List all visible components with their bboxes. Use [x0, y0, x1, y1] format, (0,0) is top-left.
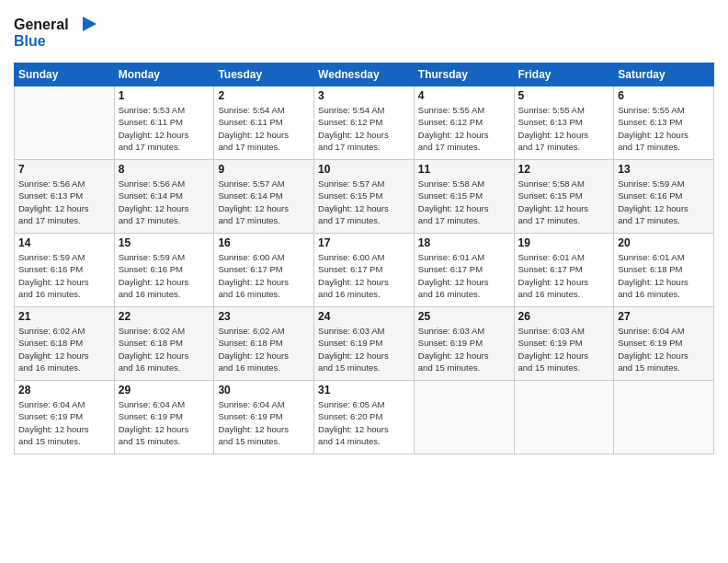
calendar-cell: 1Sunrise: 5:53 AMSunset: 6:11 PMDaylight…	[114, 86, 214, 160]
day-info: Sunrise: 5:53 AMSunset: 6:11 PMDaylight:…	[119, 104, 210, 153]
day-number: 29	[119, 384, 210, 396]
day-number: 22	[119, 310, 210, 323]
day-number: 16	[218, 236, 310, 249]
calendar-cell: 3Sunrise: 5:54 AMSunset: 6:12 PMDaylight…	[314, 86, 415, 160]
calendar-cell: 15Sunrise: 5:59 AMSunset: 6:16 PMDayligh…	[114, 234, 214, 307]
day-number: 18	[418, 236, 510, 249]
calendar-cell	[414, 381, 514, 454]
day-number: 3	[318, 89, 410, 102]
day-info: Sunrise: 6:04 AMSunset: 6:19 PMDaylight:…	[218, 398, 310, 447]
day-info: Sunrise: 6:03 AMSunset: 6:19 PMDaylight:…	[318, 325, 410, 373]
day-info: Sunrise: 5:59 AMSunset: 6:16 PMDaylight:…	[18, 251, 110, 300]
day-number: 8	[119, 163, 210, 176]
calendar-table: SundayMondayTuesdayWednesdayThursdayFrid…	[14, 63, 714, 454]
day-number: 6	[618, 89, 710, 102]
day-info: Sunrise: 5:55 AMSunset: 6:12 PMDaylight:…	[418, 104, 510, 153]
calendar-cell: 10Sunrise: 5:57 AMSunset: 6:15 PMDayligh…	[314, 160, 415, 234]
column-header-friday: Friday	[514, 63, 614, 86]
logo: General Blue	[14, 13, 97, 55]
day-info: Sunrise: 6:01 AMSunset: 6:17 PMDaylight:…	[418, 251, 510, 300]
calendar-cell: 6Sunrise: 5:55 AMSunset: 6:13 PMDaylight…	[614, 86, 714, 160]
calendar-cell: 7Sunrise: 5:56 AMSunset: 6:13 PMDaylight…	[15, 160, 115, 234]
calendar-cell: 11Sunrise: 5:58 AMSunset: 6:15 PMDayligh…	[414, 160, 514, 234]
day-number: 5	[518, 89, 610, 102]
day-number: 13	[618, 163, 710, 176]
day-info: Sunrise: 5:58 AMSunset: 6:15 PMDaylight:…	[518, 178, 610, 226]
day-info: Sunrise: 6:05 AMSunset: 6:20 PMDaylight:…	[318, 398, 410, 447]
day-number: 10	[318, 163, 410, 176]
calendar-cell: 5Sunrise: 5:55 AMSunset: 6:13 PMDaylight…	[514, 86, 614, 160]
calendar-cell: 24Sunrise: 6:03 AMSunset: 6:19 PMDayligh…	[314, 307, 415, 381]
day-info: Sunrise: 6:04 AMSunset: 6:19 PMDaylight:…	[18, 398, 110, 447]
column-header-thursday: Thursday	[414, 63, 514, 86]
day-info: Sunrise: 5:54 AMSunset: 6:11 PMDaylight:…	[218, 104, 310, 153]
week-row-1: 1Sunrise: 5:53 AMSunset: 6:11 PMDaylight…	[15, 86, 714, 160]
calendar-cell: 26Sunrise: 6:03 AMSunset: 6:19 PMDayligh…	[514, 307, 614, 381]
calendar-cell: 13Sunrise: 5:59 AMSunset: 6:16 PMDayligh…	[614, 160, 714, 234]
day-info: Sunrise: 6:04 AMSunset: 6:19 PMDaylight:…	[618, 325, 710, 373]
logo-text: General Blue	[14, 13, 97, 55]
day-info: Sunrise: 5:58 AMSunset: 6:15 PMDaylight:…	[418, 178, 510, 226]
header-row: SundayMondayTuesdayWednesdayThursdayFrid…	[15, 63, 714, 86]
calendar-cell: 27Sunrise: 6:04 AMSunset: 6:19 PMDayligh…	[614, 307, 714, 381]
day-number: 4	[418, 89, 510, 102]
calendar-cell: 8Sunrise: 5:56 AMSunset: 6:14 PMDaylight…	[114, 160, 214, 234]
day-info: Sunrise: 6:03 AMSunset: 6:19 PMDaylight:…	[418, 325, 510, 373]
day-info: Sunrise: 5:55 AMSunset: 6:13 PMDaylight:…	[518, 104, 610, 153]
calendar-cell	[15, 86, 115, 160]
calendar-cell: 12Sunrise: 5:58 AMSunset: 6:15 PMDayligh…	[514, 160, 614, 234]
calendar-cell: 20Sunrise: 6:01 AMSunset: 6:18 PMDayligh…	[614, 234, 714, 307]
calendar-cell: 23Sunrise: 6:02 AMSunset: 6:18 PMDayligh…	[214, 307, 314, 381]
column-header-monday: Monday	[114, 63, 214, 86]
day-number: 28	[18, 384, 110, 396]
day-info: Sunrise: 6:04 AMSunset: 6:19 PMDaylight:…	[119, 398, 210, 447]
calendar-cell: 30Sunrise: 6:04 AMSunset: 6:19 PMDayligh…	[214, 381, 314, 454]
column-header-wednesday: Wednesday	[314, 63, 415, 86]
calendar-cell: 9Sunrise: 5:57 AMSunset: 6:14 PMDaylight…	[214, 160, 314, 234]
day-info: Sunrise: 6:01 AMSunset: 6:18 PMDaylight:…	[618, 251, 710, 300]
calendar-cell: 22Sunrise: 6:02 AMSunset: 6:18 PMDayligh…	[114, 307, 214, 381]
day-number: 26	[518, 310, 610, 323]
week-row-5: 28Sunrise: 6:04 AMSunset: 6:19 PMDayligh…	[15, 381, 714, 454]
column-header-tuesday: Tuesday	[214, 63, 314, 86]
day-number: 9	[218, 163, 310, 176]
calendar-cell: 4Sunrise: 5:55 AMSunset: 6:12 PMDaylight…	[414, 86, 514, 160]
day-number: 7	[18, 163, 110, 176]
svg-text:Blue: Blue	[14, 33, 46, 49]
day-number: 20	[618, 236, 710, 249]
column-header-sunday: Sunday	[15, 63, 115, 86]
week-row-3: 14Sunrise: 5:59 AMSunset: 6:16 PMDayligh…	[15, 234, 714, 307]
day-info: Sunrise: 6:02 AMSunset: 6:18 PMDaylight:…	[119, 325, 210, 373]
day-info: Sunrise: 6:00 AMSunset: 6:17 PMDaylight:…	[318, 251, 410, 300]
day-info: Sunrise: 6:03 AMSunset: 6:19 PMDaylight:…	[518, 325, 610, 373]
calendar-cell: 16Sunrise: 6:00 AMSunset: 6:17 PMDayligh…	[214, 234, 314, 307]
calendar-cell: 28Sunrise: 6:04 AMSunset: 6:19 PMDayligh…	[15, 381, 115, 454]
calendar-cell: 31Sunrise: 6:05 AMSunset: 6:20 PMDayligh…	[314, 381, 415, 454]
day-info: Sunrise: 5:59 AMSunset: 6:16 PMDaylight:…	[618, 178, 710, 226]
day-info: Sunrise: 6:02 AMSunset: 6:18 PMDaylight:…	[18, 325, 110, 373]
calendar-cell	[514, 381, 614, 454]
day-info: Sunrise: 6:00 AMSunset: 6:17 PMDaylight:…	[218, 251, 310, 300]
day-info: Sunrise: 5:56 AMSunset: 6:13 PMDaylight:…	[18, 178, 110, 226]
calendar-cell: 29Sunrise: 6:04 AMSunset: 6:19 PMDayligh…	[114, 381, 214, 454]
calendar-cell	[614, 381, 714, 454]
day-info: Sunrise: 6:02 AMSunset: 6:18 PMDaylight:…	[218, 325, 310, 373]
calendar-cell: 14Sunrise: 5:59 AMSunset: 6:16 PMDayligh…	[15, 234, 115, 307]
day-number: 1	[119, 89, 210, 102]
day-number: 27	[618, 310, 710, 323]
day-info: Sunrise: 5:55 AMSunset: 6:13 PMDaylight:…	[618, 104, 710, 153]
day-number: 21	[18, 310, 110, 323]
day-number: 24	[318, 310, 410, 323]
day-number: 31	[318, 384, 410, 396]
day-number: 17	[318, 236, 410, 249]
week-row-2: 7Sunrise: 5:56 AMSunset: 6:13 PMDaylight…	[15, 160, 714, 234]
day-number: 19	[518, 236, 610, 249]
day-number: 11	[418, 163, 510, 176]
calendar-cell: 18Sunrise: 6:01 AMSunset: 6:17 PMDayligh…	[414, 234, 514, 307]
column-header-saturday: Saturday	[614, 63, 714, 86]
day-number: 2	[218, 89, 310, 102]
day-number: 25	[418, 310, 510, 323]
day-number: 15	[119, 236, 210, 249]
day-number: 23	[218, 310, 310, 323]
day-info: Sunrise: 5:56 AMSunset: 6:14 PMDaylight:…	[119, 178, 210, 226]
